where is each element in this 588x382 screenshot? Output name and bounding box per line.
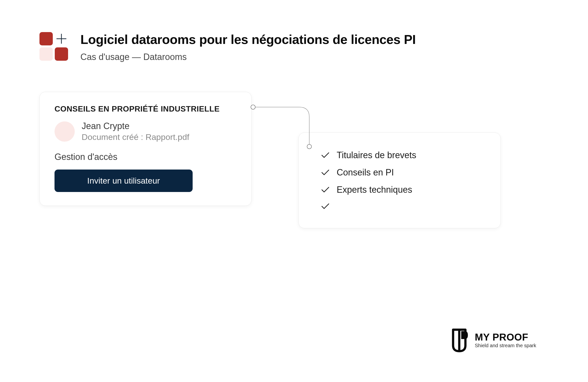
- list-item: Titulaires de brevets: [321, 150, 483, 160]
- connector-line: [250, 104, 339, 151]
- check-icon: [321, 185, 330, 194]
- list-item: Conseils en PI: [321, 167, 483, 178]
- logo-square-4: [55, 47, 68, 61]
- brand-tagline: Shield and stream the spark: [475, 343, 536, 348]
- list-item: Experts techniques: [321, 185, 483, 195]
- list-item-label: Conseils en PI: [337, 167, 394, 178]
- card-title: CONSEILS EN PROPRIÉTÉ INDUSTRIELLE: [55, 104, 236, 113]
- brand-name: MY PROOF: [475, 332, 536, 343]
- list-item-label: Titulaires de brevets: [337, 150, 416, 160]
- svg-point-2: [251, 105, 255, 109]
- access-management-label: Gestion d'accès: [55, 152, 236, 162]
- check-icon: [321, 151, 330, 160]
- cards-area: CONSEILS EN PROPRIÉTÉ INDUSTRIELLE Jean …: [40, 92, 548, 228]
- stakeholder-list: Titulaires de brevets Conseils en PI Exp…: [321, 150, 483, 211]
- avatar: [55, 121, 75, 142]
- user-doc-label: Document créé : Rapport.pdf: [82, 132, 189, 142]
- brand-logo-icon: [451, 328, 470, 352]
- advisors-card: CONSEILS EN PROPRIÉTÉ INDUSTRIELLE Jean …: [40, 92, 252, 206]
- logo-square-3: [40, 47, 53, 61]
- user-name: Jean Crypte: [82, 121, 189, 131]
- plus-icon: [55, 32, 68, 45]
- page-subtitle: Cas d'usage — Datarooms: [80, 52, 548, 62]
- check-icon: [321, 168, 330, 177]
- svg-point-3: [307, 144, 312, 149]
- list-item: [321, 202, 483, 211]
- list-item-label: Experts techniques: [337, 185, 412, 195]
- header-logo: [40, 32, 68, 61]
- page-header: Logiciel datarooms pour les négociations…: [40, 32, 548, 62]
- invite-user-button[interactable]: Inviter un utilisateur: [55, 170, 193, 192]
- brand-footer: MY PROOF Shield and stream the spark: [451, 328, 536, 352]
- logo-square-1: [40, 32, 53, 45]
- user-row: Jean Crypte Document créé : Rapport.pdf: [55, 121, 236, 142]
- page-title: Logiciel datarooms pour les négociations…: [80, 32, 548, 47]
- check-icon: [321, 202, 330, 211]
